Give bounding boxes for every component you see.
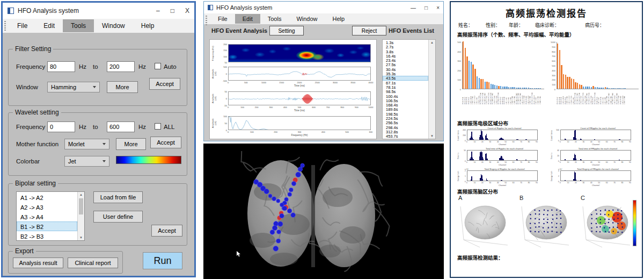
bipolar-setting-label: Bipolar setting — [13, 180, 58, 187]
list-item[interactable]: A3 -> A4 — [17, 212, 77, 221]
bipolar-scrollbar[interactable]: ▲ ▼ — [77, 192, 84, 240]
event-item[interactable]: 453.7s — [383, 134, 428, 138]
maximize-icon[interactable]: □ — [171, 7, 174, 15]
event-item[interactable]: 30.4s — [383, 67, 428, 71]
mother-function-select[interactable]: Morlet — [64, 139, 109, 149]
event-item[interactable]: 3.8s — [383, 49, 428, 54]
section-result-heading: 高频振荡检测结果： — [457, 254, 503, 261]
clinical-report: 高频振荡检测报告 姓名： 性别： 年龄： 临床诊断： 病历号： 高频振荡排序（个… — [450, 1, 643, 278]
menu-help[interactable]: Help — [133, 19, 163, 32]
window-select[interactable]: Hamming — [47, 82, 100, 92]
fripple-energy-hist: Total Engery of FRipples for each channe… — [551, 168, 638, 187]
event-item[interactable]: 27.5s — [383, 62, 428, 67]
minimize-icon[interactable]: – — [156, 7, 160, 15]
bipolar-listbox[interactable]: A1 -> A2A2 -> A3A3 -> A4B1 -> B2B2 -> B3… — [16, 191, 85, 241]
fripple-count-hist: Count of FRipples for each channelCount … — [551, 127, 638, 146]
wavelet-freq-from-input[interactable] — [47, 121, 75, 132]
event-item[interactable]: 106.5s — [383, 98, 428, 103]
event-item[interactable]: 67.1s — [383, 81, 428, 85]
minimize-icon[interactable]: — — [411, 5, 416, 11]
spectrogram-plot: Frequency (Hz)20015010050 — [210, 41, 377, 65]
event-item[interactable]: 16.4s — [383, 54, 428, 58]
fripple-time-hist: Total time of FRipples for each channelT… — [551, 147, 638, 167]
event-item[interactable]: 23.4s — [383, 58, 428, 62]
auto-checkbox[interactable] — [155, 63, 161, 69]
colorbar-select[interactable]: Jet — [64, 156, 109, 167]
load-from-file-button[interactable]: Load from file — [93, 191, 143, 203]
events-scrollbar[interactable]: ▲ ▼ — [428, 40, 435, 139]
section-brain-heading: 高频振荡脑区分布 — [457, 188, 498, 195]
run-button[interactable]: Run — [143, 252, 182, 269]
filter-setting-group: Filter Setting Frequency Hz to Hz Auto W… — [8, 49, 187, 106]
list-item[interactable]: B1 -> B2 — [17, 221, 77, 231]
menu-help[interactable]: Help — [325, 14, 353, 24]
menu-file[interactable]: File — [210, 14, 235, 24]
menu-window[interactable]: Window — [94, 19, 133, 32]
hz-label: Hz — [79, 63, 86, 70]
user-define-button[interactable]: User define — [93, 211, 143, 223]
event-item[interactable]: 100.4s — [383, 94, 428, 98]
settings-titlebar: HFO Analysis system – □ X — [3, 3, 194, 19]
wavelet-freq-to-input[interactable] — [107, 121, 135, 132]
menu-edit[interactable]: Edit — [235, 14, 260, 24]
menu-tools[interactable]: Tools — [260, 14, 289, 24]
list-item[interactable]: A1 -> A2 — [17, 192, 77, 202]
hz-label: Hz — [138, 124, 146, 130]
window-title: HFO Analysis system — [18, 7, 79, 15]
list-item[interactable]: B2 -> B3 — [17, 231, 77, 241]
scroll-thumb[interactable] — [79, 198, 83, 214]
record-no-field: 病历号： — [585, 22, 604, 28]
app-icon — [208, 5, 213, 10]
close-icon[interactable]: X — [185, 7, 189, 15]
cursor-icon — [237, 251, 240, 257]
event-item[interactable]: 35.3s — [383, 71, 428, 76]
setting-button[interactable]: Setting — [269, 26, 304, 35]
menu-tools[interactable]: Tools — [63, 19, 94, 32]
scroll-down-icon[interactable]: ▼ — [78, 236, 84, 239]
age-field: 年龄： — [509, 22, 523, 28]
hfo-events-list[interactable]: 1.3s2.7s3.8s16.4s23.4s27.5s30.4s35.3s43.… — [382, 39, 436, 139]
analysis-result-button[interactable]: Analysis result — [13, 257, 63, 268]
clinical-report-button[interactable]: Clinical report — [68, 257, 118, 268]
bipolar-accept-button[interactable]: Accept — [151, 225, 182, 237]
wavelet-setting-group: Wavelet setting Frequency Hz to Hz ALL M… — [8, 112, 187, 176]
menu-file[interactable]: File — [9, 19, 35, 32]
scroll-up-icon[interactable]: ▲ — [78, 193, 84, 196]
filter-accept-button[interactable]: Accept — [149, 78, 180, 90]
mother-function-label: Mother function — [16, 141, 58, 147]
event-item[interactable]: 98.5s — [383, 89, 428, 94]
reject-button[interactable]: Reject — [352, 26, 386, 35]
menu-edit[interactable]: Edit — [35, 19, 63, 32]
event-item[interactable]: 43.5s — [383, 76, 428, 80]
filter-freq-from-input[interactable] — [47, 61, 75, 72]
brain-3d-view[interactable] — [203, 144, 444, 279]
ripple-energy-hist: Total Engery of Ripples for each channel… — [457, 168, 544, 187]
event-item[interactable]: 168.4s — [383, 103, 428, 107]
wavelet-accept-button[interactable]: Accept — [150, 137, 181, 148]
filter-more-button[interactable]: More — [107, 81, 138, 93]
event-item[interactable]: 78.1s — [383, 85, 428, 89]
scroll-up-icon[interactable]: ▲ — [429, 41, 435, 44]
section-ranking-heading: 高频振荡排序（个数、频率、平均振幅、平均能量） — [457, 31, 575, 38]
analysis-window: HFO Analysis system — □ × File Edit Tool… — [203, 1, 444, 141]
app-icon — [8, 8, 14, 14]
event-item[interactable]: 256.5s — [383, 120, 428, 125]
menu-window[interactable]: Window — [289, 14, 325, 24]
filter-freq-to-input[interactable] — [107, 61, 135, 72]
settings-menubar: File Edit Tools Window Help — [3, 19, 194, 33]
event-item[interactable]: 198.5s — [383, 112, 428, 116]
event-item[interactable]: 224.5s — [383, 116, 428, 120]
list-item[interactable]: A2 -> A3 — [17, 202, 77, 212]
scroll-down-icon[interactable]: ▼ — [429, 134, 435, 138]
all-label: ALL — [164, 124, 174, 130]
all-checkbox[interactable] — [155, 123, 161, 130]
event-item[interactable]: 189.6s — [383, 107, 428, 111]
event-item[interactable]: 312.8s — [383, 130, 428, 134]
close-icon[interactable]: × — [436, 5, 440, 11]
maximize-icon[interactable]: □ — [425, 5, 428, 11]
event-item[interactable]: 1.3s — [383, 40, 428, 45]
event-item[interactable]: 298.4s — [383, 125, 428, 130]
event-item[interactable]: 2.7s — [383, 45, 428, 49]
jet-colorbar — [116, 156, 181, 164]
wavelet-more-button[interactable]: More — [116, 138, 146, 150]
